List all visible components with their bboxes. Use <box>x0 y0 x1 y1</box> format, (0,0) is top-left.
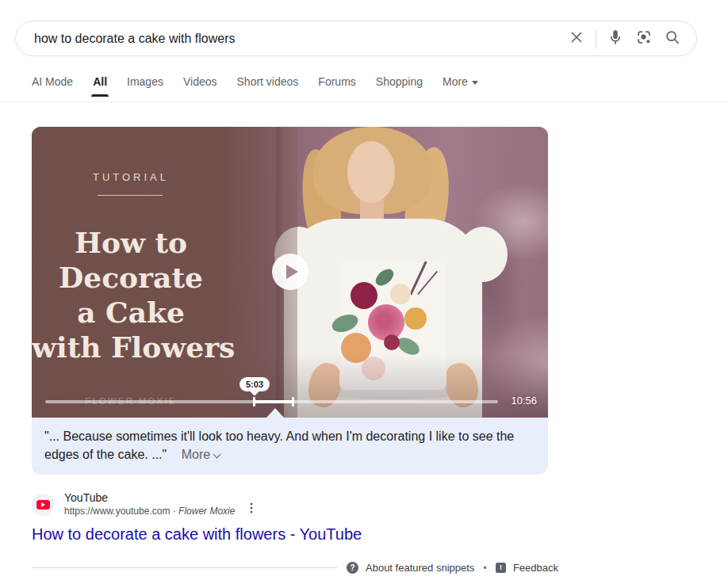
search-input[interactable] <box>34 32 565 46</box>
tab-more-label: More <box>443 75 468 88</box>
video-thumbnail[interactable]: TUTORIAL How to Decorate a Cake with Flo… <box>32 127 548 418</box>
microphone-icon <box>607 29 624 49</box>
more-label: More <box>182 448 210 461</box>
tabs-divider <box>0 101 728 102</box>
snippet-quote-text: "... Because sometimes it'll look too he… <box>44 429 514 461</box>
chevron-down-icon <box>213 451 221 459</box>
tab-short-videos[interactable]: Short videos <box>237 75 299 97</box>
footer-divider <box>32 567 338 568</box>
tab-videos[interactable]: Videos <box>183 75 217 97</box>
site-url: https://www.youtube.com · Flower Moxie <box>64 505 235 518</box>
source-byline: Flower Moxie <box>178 506 235 517</box>
about-featured-snippets-link[interactable]: About featured snippets <box>366 562 474 574</box>
chevron-down-icon <box>472 81 478 85</box>
google-search-results-page: AI Mode All Images Videos Short videos F… <box>0 0 728 584</box>
clip-end-tick <box>292 397 294 407</box>
snippet-footer: ? About featured snippets • ! Feedback <box>347 558 558 577</box>
result-title-link[interactable]: How to decorate a cake with flowers - Yo… <box>32 525 362 544</box>
thumbnail-kicker: TUTORIAL <box>32 171 230 183</box>
source-text-block: YouTube https://www.youtube.com · Flower… <box>64 490 235 518</box>
search-icon <box>664 29 681 49</box>
featured-video-card: TUTORIAL How to Decorate a Cake with Flo… <box>32 127 548 475</box>
feedback-link[interactable]: Feedback <box>513 562 558 574</box>
feedback-icon: ! <box>496 563 506 573</box>
tab-images[interactable]: Images <box>127 75 163 97</box>
video-progress-bar[interactable] <box>45 400 498 403</box>
suggested-clip-segment <box>254 400 293 403</box>
tab-all[interactable]: All <box>93 75 107 97</box>
tab-ai-mode[interactable]: AI Mode <box>32 75 73 97</box>
tab-more[interactable]: More <box>443 75 478 97</box>
thumbnail-title-block: TUTORIAL How to Decorate a Cake with Flo… <box>32 127 230 418</box>
lens-search-button[interactable] <box>633 28 655 50</box>
quote-pointer-notch <box>266 408 284 418</box>
clear-search-button[interactable] <box>565 28 588 50</box>
thumbnail-kicker-rule <box>98 195 163 196</box>
thumbnail-title: How to Decorate a Cake with Flowers <box>32 225 230 365</box>
snippet-quote-box: "... Because sometimes it'll look too he… <box>32 418 548 475</box>
result-type-tabs: AI Mode All Images Videos Short videos F… <box>32 75 478 97</box>
footer-separator: • <box>483 562 487 574</box>
result-options-button[interactable] <box>246 502 257 518</box>
timestamp-bubble: 5:03 <box>239 377 270 391</box>
kebab-menu-icon <box>246 502 257 517</box>
play-button[interactable] <box>272 254 308 290</box>
clip-start-tick <box>253 397 255 407</box>
result-source-header[interactable]: YouTube https://www.youtube.com · Flower… <box>32 490 257 518</box>
site-favicon <box>32 494 54 516</box>
tab-forums[interactable]: Forums <box>318 75 355 97</box>
voice-search-button[interactable] <box>604 28 626 50</box>
searchbar-divider <box>596 29 596 48</box>
site-name: YouTube <box>64 490 235 505</box>
tab-shopping[interactable]: Shopping <box>376 75 423 97</box>
youtube-logo-icon <box>36 500 50 510</box>
google-lens-icon <box>635 29 653 49</box>
search-submit-button[interactable] <box>661 28 684 50</box>
search-bar <box>15 21 697 56</box>
expand-more-link[interactable]: More <box>182 448 220 461</box>
help-circle-icon: ? <box>347 562 358 574</box>
close-icon <box>568 29 585 49</box>
video-duration: 10:56 <box>511 395 537 407</box>
